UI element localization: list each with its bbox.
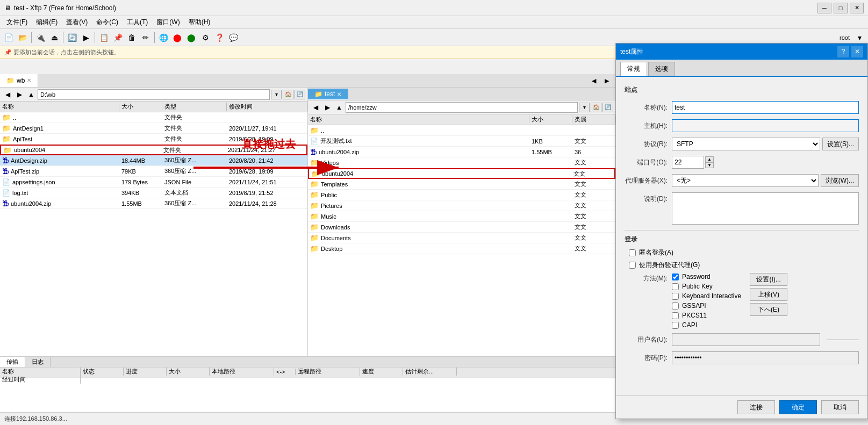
left-row-7[interactable]: 📄log.txt 394KB 文本文档 2019/8/19, 21:52: [0, 188, 307, 198]
menu-view[interactable]: 查看(V): [62, 17, 92, 28]
method-up-btn[interactable]: 上移(V): [750, 288, 787, 301]
minimize-button[interactable]: ─: [817, 3, 831, 13]
password-input[interactable]: [672, 351, 859, 364]
right-home-btn[interactable]: 🏠: [591, 103, 601, 112]
copy-btn[interactable]: 📋: [97, 31, 110, 44]
menu-command[interactable]: 命令(C): [92, 17, 123, 28]
tab-transfer[interactable]: 传输: [0, 357, 25, 367]
right-row-1[interactable]: 📄开发测试.txt 1KB 文文: [308, 136, 615, 147]
left-row-4[interactable]: 🗜AntDesign.zip 18.44MB 360压缩 Z... 2020/8…: [0, 155, 307, 166]
col-type-right[interactable]: 类属: [572, 116, 615, 124]
left-row-1[interactable]: 📁AntDesign1 文件夹 2020/11/27, 19:41: [0, 123, 307, 134]
col-mtime-left[interactable]: 修改时间: [227, 103, 307, 111]
right-row-5[interactable]: 📁Templates 文文: [308, 179, 615, 190]
right-forward-btn[interactable]: ▶: [322, 102, 333, 113]
method-pubkey-checkbox[interactable]: [672, 283, 679, 290]
left-refresh-btn[interactable]: 🔄: [295, 90, 305, 99]
anon-checkbox[interactable]: [629, 249, 636, 256]
right-row-9[interactable]: 📁Downloads 文文: [308, 222, 615, 233]
left-row-5[interactable]: 🗜ApiTest.zip 79KB 360压缩 Z... 2019/6/28, …: [0, 166, 307, 177]
red-dot-btn[interactable]: ⬤: [171, 31, 184, 44]
left-tab-close[interactable]: ✕: [27, 77, 31, 83]
right-row-2[interactable]: 🗜ubuntu2004.zip 1.55MB 36: [308, 147, 615, 157]
sync-btn[interactable]: ▶: [80, 31, 92, 44]
dialog-tab-options[interactable]: 选项: [648, 62, 675, 76]
disconnect-btn[interactable]: ⏏: [48, 31, 61, 44]
help-btn[interactable]: ❓: [213, 31, 226, 44]
left-row-6[interactable]: 📄appsettings.json 179 Bytes JSON File 20…: [0, 177, 307, 188]
col-name-right[interactable]: 名称: [308, 116, 529, 124]
desc-input[interactable]: [672, 192, 859, 225]
identity-checkbox[interactable]: [629, 262, 636, 269]
left-row-8[interactable]: 🗜ubuntu2004.zip 1.55MB 360压缩 Z... 2021/1…: [0, 198, 307, 209]
username-input[interactable]: [672, 333, 820, 346]
close-button[interactable]: ✕: [850, 3, 864, 13]
new-btn[interactable]: 📄: [2, 31, 15, 44]
menu-help[interactable]: 帮助(H): [184, 17, 215, 28]
paste-btn[interactable]: 📌: [111, 31, 124, 44]
chat-btn[interactable]: 💬: [227, 31, 240, 44]
name-input[interactable]: test: [672, 101, 859, 114]
right-tab-close[interactable]: ✕: [337, 91, 341, 97]
right-row-10[interactable]: 📁Documents 文文: [308, 233, 615, 243]
left-home-btn[interactable]: 🏠: [283, 90, 293, 99]
dialog-close-btn[interactable]: ✕: [851, 46, 863, 57]
port-down-btn[interactable]: ▼: [705, 162, 714, 168]
left-path-input[interactable]: D:\wb: [38, 89, 270, 100]
dialog-help-btn[interactable]: ?: [837, 46, 849, 57]
dialog-tab-general[interactable]: 常规: [620, 62, 647, 76]
right-row-6[interactable]: 📁Public 文文: [308, 190, 615, 200]
ok-button[interactable]: 确定: [779, 400, 817, 414]
method-settings-btn[interactable]: 设置(I)...: [750, 273, 787, 286]
left-forward-btn[interactable]: ▶: [14, 89, 25, 100]
method-capi-checkbox[interactable]: [672, 322, 679, 329]
protocol-settings-btn[interactable]: 设置(S)...: [822, 138, 859, 150]
right-back-btn[interactable]: ◀: [310, 102, 321, 113]
left-up-btn[interactable]: ▲: [26, 89, 37, 100]
maximize-button[interactable]: □: [834, 3, 848, 13]
right-panel-tab[interactable]: 📁 test ✕: [308, 89, 348, 100]
col-size-left[interactable]: 大小: [119, 103, 162, 111]
right-row-3[interactable]: 📁Videos 文文: [308, 157, 615, 168]
refresh-left-btn[interactable]: 🔄: [66, 31, 78, 44]
menu-file[interactable]: 文件(F): [2, 17, 32, 28]
col-type-left[interactable]: 类型: [162, 103, 227, 111]
rename-btn[interactable]: ✏: [139, 31, 152, 44]
right-row-11[interactable]: 📁Desktop 文文: [308, 243, 615, 254]
method-down-btn[interactable]: 下へ(E): [750, 303, 787, 316]
col-size-right[interactable]: 大小: [529, 116, 572, 124]
green-dot-btn[interactable]: ⬤: [185, 31, 198, 44]
port-up-btn[interactable]: ▲: [705, 156, 714, 162]
host-input[interactable]: [672, 119, 859, 132]
method-password-checkbox[interactable]: [672, 273, 679, 280]
left-row-0[interactable]: 📁.. 文件夹: [0, 112, 307, 123]
right-row-0[interactable]: 📁..: [308, 125, 615, 136]
method-gssapi-checkbox[interactable]: [672, 302, 679, 309]
left-row-2[interactable]: 📁ApiTest 文件夹 2019/6/28, 19:09: [0, 134, 307, 145]
settings-btn[interactable]: ⚙: [199, 31, 212, 44]
col-name-left[interactable]: 名称: [0, 103, 119, 111]
right-refresh-btn[interactable]: 🔄: [602, 103, 613, 112]
protocol-select[interactable]: SFTP: [672, 138, 820, 150]
delete-btn[interactable]: 🗑: [125, 31, 138, 44]
right-row-4[interactable]: 📁ubuntu2004 文文: [308, 168, 615, 179]
cancel-button[interactable]: 取消: [821, 400, 859, 414]
left-back-btn[interactable]: ◀: [2, 89, 13, 100]
proxy-browse-btn[interactable]: 浏览(W)...: [821, 174, 859, 187]
user-dropdown-btn[interactable]: ▾: [853, 31, 866, 44]
right-row-7[interactable]: 📁Pictures 文文: [308, 200, 615, 211]
left-panel-tab[interactable]: 📁 wb ✕: [0, 74, 38, 87]
port-input[interactable]: [672, 156, 704, 169]
right-row-8[interactable]: 📁Music 文文: [308, 211, 615, 222]
method-pkcs11-checkbox[interactable]: [672, 312, 679, 319]
left-row-3[interactable]: 📁ubuntu2004 文件夹 2021/11/24, 21:27: [0, 145, 307, 155]
right-up-btn[interactable]: ▲: [334, 102, 345, 113]
proxy-select[interactable]: <无>: [672, 174, 819, 187]
scroll-right-btn[interactable]: ▶: [600, 74, 613, 87]
globe-btn[interactable]: 🌐: [157, 31, 170, 44]
connect-btn[interactable]: 🔌: [34, 31, 47, 44]
menu-window[interactable]: 窗口(W): [152, 17, 184, 28]
menu-tools[interactable]: 工具(T): [123, 17, 152, 28]
right-path-input[interactable]: /home/zzw: [346, 102, 578, 113]
method-keyboard-checkbox[interactable]: [672, 293, 679, 300]
